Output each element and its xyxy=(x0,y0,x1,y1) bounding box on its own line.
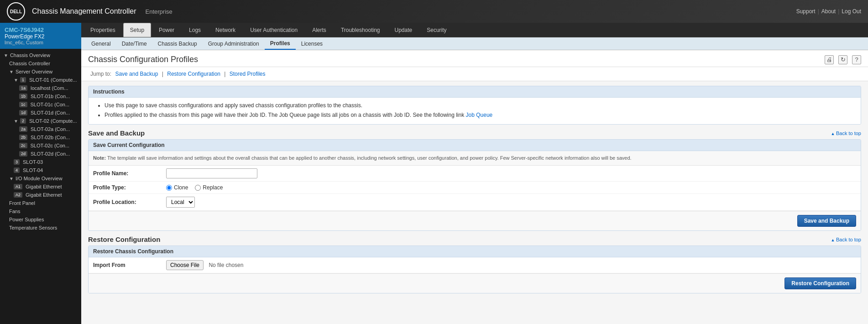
sidebar-item-slot02-2a[interactable]: 2a SLOT-02a (Con... xyxy=(0,125,81,133)
sidebar-item-label: Temperature Sensors xyxy=(9,225,57,230)
sidebar-item-label: SLOT-02b (Con... xyxy=(31,135,70,140)
sidebar-item-io-a2[interactable]: A2 Gigabit Ethernet xyxy=(0,191,81,199)
sidebar-item-chassis-controller[interactable]: Chassis Controller xyxy=(0,59,81,68)
tab-setup[interactable]: Setup xyxy=(123,23,151,37)
sidebar-item-slot01-1c[interactable]: 1c SLOT-01c (Con... xyxy=(0,100,81,109)
tab-power[interactable]: Power xyxy=(152,23,181,37)
profile-type-replace[interactable]: Replace xyxy=(195,184,223,191)
sidebar-item-label: SLOT-01d (Con... xyxy=(31,110,70,115)
choose-file-button[interactable]: Choose File xyxy=(166,260,204,270)
chevron-icon: ▼ xyxy=(14,78,18,83)
sidebar-item-label: Server Overview xyxy=(16,69,52,74)
save-backup-back-to-top[interactable]: Back to top xyxy=(831,131,861,136)
save-and-backup-button[interactable]: Save and Backup xyxy=(797,215,856,227)
page-icons: 🖨 ↻ ? xyxy=(825,55,861,64)
sidebar-item-slot02-2b[interactable]: 2b SLOT-02b (Con... xyxy=(0,133,81,141)
jump-restore-config[interactable]: Restore Configuration xyxy=(167,71,220,77)
tab-security[interactable]: Security xyxy=(420,23,453,37)
profile-location-select[interactable]: Local xyxy=(166,197,195,208)
profile-type-clone[interactable]: Clone xyxy=(166,184,188,191)
restore-config-actions: Restore Configuration xyxy=(89,273,861,293)
slot-badge: A1 xyxy=(14,184,22,189)
profile-type-clone-label: Clone xyxy=(174,184,188,191)
tab-datetime[interactable]: Date/Time xyxy=(116,38,152,49)
sidebar-item-io-a1[interactable]: A1 Gigabit Ethernet xyxy=(0,183,81,191)
profile-type-replace-radio[interactable] xyxy=(195,185,201,191)
save-backup-title: Save and Backup xyxy=(88,129,145,137)
sidebar-item-label: I/O Module Overview xyxy=(16,176,63,181)
profile-name-label: Profile Name: xyxy=(93,170,166,177)
tab-licenses[interactable]: Licenses xyxy=(296,38,328,49)
tab-update[interactable]: Update xyxy=(388,23,419,37)
sidebar-item-slot01-1b[interactable]: 1b SLOT-01b (Con... xyxy=(0,92,81,100)
tab-properties[interactable]: Properties xyxy=(84,23,122,37)
tab-troubleshooting[interactable]: Troubleshooting xyxy=(334,23,387,37)
sidebar-item-power-supplies[interactable]: Power Supplies xyxy=(0,215,81,224)
slot-badge: 2a xyxy=(19,126,27,132)
jump-save-backup[interactable]: Save and Backup xyxy=(115,71,158,77)
jump-to-label: Jump to: xyxy=(90,71,111,77)
logout-link[interactable]: Log Out xyxy=(842,8,861,15)
tab-profiles[interactable]: Profiles xyxy=(265,38,296,50)
sidebar-item-chassis-overview[interactable]: ▼ Chassis Overview xyxy=(0,51,81,59)
refresh-icon[interactable]: ↻ xyxy=(838,55,847,64)
sidebar-item-label: SLOT-02d (Con... xyxy=(31,151,70,157)
sidebar-item-label: Fans xyxy=(9,209,20,214)
sidebar-item-slot04[interactable]: 4 SLOT-04 xyxy=(0,166,81,174)
sidebar-tree: ▼ Chassis Overview Chassis Controller ▼ … xyxy=(0,49,81,234)
layout: CMC-7S6J942 PowerEdge FX2 lmc_e6c, Custo… xyxy=(0,23,868,324)
sidebar-item-slot02-2d[interactable]: 2d SLOT-02d (Con... xyxy=(0,150,81,158)
profile-name-input[interactable] xyxy=(166,168,257,178)
sidebar-item-label: Power Supplies xyxy=(9,217,44,222)
tab-logs[interactable]: Logs xyxy=(182,23,208,37)
restore-config-back-to-top[interactable]: Back to top xyxy=(831,237,861,242)
tab-alerts[interactable]: Alerts xyxy=(305,23,333,37)
sidebar-item-label: SLOT-03 xyxy=(23,159,43,165)
sidebar-item-front-panel[interactable]: Front Panel xyxy=(0,199,81,207)
device-info: lmc_e6c, Custom xyxy=(5,40,77,45)
sidebar-item-slot02[interactable]: ▼ 2 SLOT-02 (Compute... xyxy=(0,117,81,125)
tab-user-auth[interactable]: User Authentication xyxy=(243,23,304,37)
print-icon[interactable]: 🖨 xyxy=(825,55,834,64)
restore-configuration-button[interactable]: Restore Configuration xyxy=(784,277,856,289)
header-links: Support | About | Log Out xyxy=(796,8,861,15)
profile-type-control: Clone Replace xyxy=(166,184,856,191)
sidebar-item-server-overview[interactable]: ▼ Server Overview xyxy=(0,68,81,76)
slot-badge: A2 xyxy=(14,192,22,198)
dell-logo: DELL xyxy=(7,2,25,21)
instructions-box: Instructions Use this page to save chass… xyxy=(88,86,861,125)
job-queue-link[interactable]: Job Queue xyxy=(466,112,493,118)
profile-type-label: Profile Type: xyxy=(93,184,166,191)
sidebar-item-label: SLOT-01c (Con... xyxy=(31,102,70,107)
support-link[interactable]: Support xyxy=(796,8,816,15)
sidebar-item-io-module[interactable]: ▼ I/O Module Overview xyxy=(0,174,81,183)
chevron-icon: ▼ xyxy=(4,53,8,58)
sidebar-device-info: CMC-7S6J942 PowerEdge FX2 lmc_e6c, Custo… xyxy=(0,23,81,49)
help-icon[interactable]: ? xyxy=(852,55,861,64)
sidebar-item-slot01[interactable]: ▼ 1 SLOT-01 (Compute... xyxy=(0,76,81,84)
tab-network[interactable]: Network xyxy=(209,23,242,37)
about-link[interactable]: About xyxy=(821,8,836,15)
sidebar-item-label: Gigabit Ethernet xyxy=(26,192,62,198)
sidebar-item-temperature-sensors[interactable]: Temperature Sensors xyxy=(0,224,81,232)
jump-stored-profiles[interactable]: Stored Profiles xyxy=(230,71,266,77)
sidebar-item-slot01-1d[interactable]: 1d SLOT-01d (Con... xyxy=(0,109,81,117)
app-title: Chassis Management Controller xyxy=(32,7,136,16)
profile-type-clone-radio[interactable] xyxy=(166,185,172,191)
restore-config-section: Restore Configuration Back to top Restor… xyxy=(88,235,861,293)
tab-chassis-backup[interactable]: Chassis Backup xyxy=(152,38,203,49)
tab-general[interactable]: General xyxy=(86,38,116,49)
sidebar-item-label: Chassis Controller xyxy=(9,61,50,66)
tab-group-admin[interactable]: Group Administration xyxy=(203,38,265,49)
sidebar-item-slot02-2c[interactable]: 2c SLOT-02c (Con... xyxy=(0,141,81,150)
sidebar-item-slot03[interactable]: 3 SLOT-03 xyxy=(0,158,81,166)
restore-config-header: Restore Configuration Back to top xyxy=(88,235,861,243)
slot-badge: 3 xyxy=(14,159,20,165)
sidebar: CMC-7S6J942 PowerEdge FX2 lmc_e6c, Custo… xyxy=(0,23,81,324)
save-current-config-box: Save Current Configuration Note: The tem… xyxy=(88,139,861,231)
sidebar-item-fans[interactable]: Fans xyxy=(0,207,81,215)
page-title: Chassis Configuration Profiles xyxy=(88,55,198,64)
restore-chassis-config-box: Restore Chassis Configuration Import Fro… xyxy=(88,246,861,293)
save-backup-header: Save and Backup Back to top xyxy=(88,129,861,137)
sidebar-item-slot01-1a[interactable]: 1a localhost (Com... xyxy=(0,84,81,92)
